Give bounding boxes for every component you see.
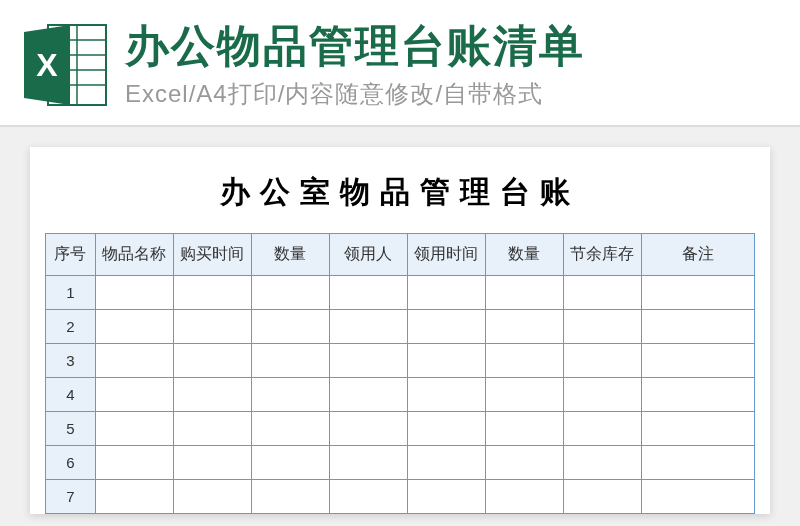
column-header: 数量 (485, 234, 563, 276)
table-cell (173, 276, 251, 310)
table-cell (407, 480, 485, 514)
table-cell (251, 378, 329, 412)
column-header: 购买时间 (173, 234, 251, 276)
column-header: 备注 (641, 234, 754, 276)
table-cell (173, 480, 251, 514)
excel-icon: X (20, 20, 110, 110)
table-cell (173, 310, 251, 344)
row-number-cell: 3 (46, 344, 96, 378)
table-cell (641, 378, 754, 412)
table-row: 5 (46, 412, 755, 446)
table-cell (173, 344, 251, 378)
row-number-cell: 2 (46, 310, 96, 344)
header-text: 办公物品管理台账清单 Excel/A4打印/内容随意修改/自带格式 (125, 20, 780, 110)
table-row: 6 (46, 446, 755, 480)
table-cell (485, 480, 563, 514)
table-cell (407, 344, 485, 378)
table-cell (641, 446, 754, 480)
table-cell (485, 378, 563, 412)
table-cell (485, 276, 563, 310)
table-cell (95, 378, 173, 412)
table-row: 7 (46, 480, 755, 514)
table-cell (329, 378, 407, 412)
sheet-container: 办公室物品管理台账 序号 物品名称 购买时间 数量 领用人 领用时间 数量 节余… (30, 147, 770, 514)
column-header: 序号 (46, 234, 96, 276)
column-header: 数量 (251, 234, 329, 276)
table-cell (563, 276, 641, 310)
table-header-row: 序号 物品名称 购买时间 数量 领用人 领用时间 数量 节余库存 备注 (46, 234, 755, 276)
table-cell (563, 412, 641, 446)
row-number-cell: 5 (46, 412, 96, 446)
table-cell (251, 480, 329, 514)
row-number-cell: 4 (46, 378, 96, 412)
table-cell (95, 412, 173, 446)
table-cell (251, 412, 329, 446)
table-cell (173, 412, 251, 446)
table-cell (251, 446, 329, 480)
table-cell (407, 446, 485, 480)
table-cell (329, 446, 407, 480)
table-cell (329, 480, 407, 514)
main-title: 办公物品管理台账清单 (125, 20, 780, 73)
column-header: 物品名称 (95, 234, 173, 276)
table-cell (95, 344, 173, 378)
table-cell (641, 344, 754, 378)
table-cell (563, 480, 641, 514)
table-cell (173, 446, 251, 480)
row-number-cell: 6 (46, 446, 96, 480)
table-cell (485, 344, 563, 378)
table-cell (329, 344, 407, 378)
table-cell (641, 480, 754, 514)
table-cell (95, 446, 173, 480)
table-cell (641, 412, 754, 446)
row-number-cell: 7 (46, 480, 96, 514)
table-cell (407, 412, 485, 446)
table-cell (251, 310, 329, 344)
column-header: 节余库存 (563, 234, 641, 276)
table-cell (173, 378, 251, 412)
column-header: 领用人 (329, 234, 407, 276)
table-cell (95, 276, 173, 310)
table-cell (563, 378, 641, 412)
table-cell (329, 276, 407, 310)
table-cell (251, 276, 329, 310)
table-cell (485, 412, 563, 446)
subtitle: Excel/A4打印/内容随意修改/自带格式 (125, 78, 780, 110)
table-cell (329, 412, 407, 446)
table-cell (485, 310, 563, 344)
table-cell (95, 480, 173, 514)
sheet-title: 办公室物品管理台账 (30, 157, 770, 233)
table-cell (329, 310, 407, 344)
table-row: 2 (46, 310, 755, 344)
table-row: 4 (46, 378, 755, 412)
svg-text:X: X (36, 47, 58, 83)
header-section: X 办公物品管理台账清单 Excel/A4打印/内容随意修改/自带格式 (0, 0, 800, 127)
table-cell (251, 344, 329, 378)
table-cell (563, 310, 641, 344)
row-number-cell: 1 (46, 276, 96, 310)
table-cell (485, 446, 563, 480)
table-row: 1 (46, 276, 755, 310)
table-cell (563, 446, 641, 480)
column-header: 领用时间 (407, 234, 485, 276)
table-cell (407, 310, 485, 344)
table-cell (407, 276, 485, 310)
table-cell (95, 310, 173, 344)
table-cell (641, 310, 754, 344)
ledger-table: 序号 物品名称 购买时间 数量 领用人 领用时间 数量 节余库存 备注 1 (45, 233, 755, 514)
table-cell (563, 344, 641, 378)
table-cell (407, 378, 485, 412)
table-row: 3 (46, 344, 755, 378)
table-cell (641, 276, 754, 310)
